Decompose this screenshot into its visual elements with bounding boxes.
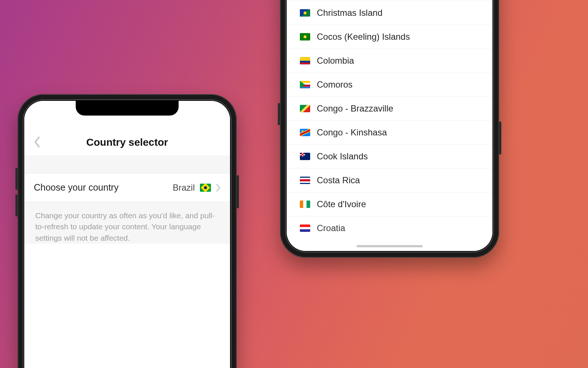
flag-christmas-icon (300, 9, 310, 17)
country-item[interactable]: Christmas Island (287, 1, 492, 25)
power-button (499, 121, 501, 155)
flag-croatia-icon (300, 224, 310, 232)
country-item[interactable]: Côte d'Ivoire (287, 192, 492, 216)
flag-cr-icon (300, 177, 310, 184)
back-button[interactable] (34, 137, 40, 148)
country-item[interactable]: Congo - Kinshasa (287, 121, 492, 145)
chevron-left-icon (34, 137, 40, 148)
country-name: Congo - Kinshasa (317, 127, 387, 138)
country-item[interactable]: Comoros (287, 73, 492, 97)
country-name: Comoros (317, 79, 352, 90)
section-gap (24, 156, 230, 173)
phone-left: Country selector Choose your country Bra… (18, 94, 237, 368)
country-name: Croatia (317, 223, 345, 233)
home-indicator[interactable] (356, 245, 423, 247)
country-list[interactable]: ChileChristmas IslandCocos (Keeling) Isl… (287, 0, 492, 251)
volume-up-button (278, 103, 280, 125)
phone-left-bezel: Country selector Choose your country Bra… (23, 99, 232, 368)
notch (76, 101, 179, 116)
phone-right-bezel: ChileChristmas IslandCocos (Keeling) Isl… (285, 0, 494, 252)
chevron-right-icon (216, 184, 220, 192)
country-item[interactable]: Cook Islands (287, 145, 492, 169)
flag-congobzv-icon (300, 105, 310, 112)
choose-country-row[interactable]: Choose your country Brazil (24, 173, 230, 202)
row-value: Brazil (173, 183, 220, 193)
power-button (237, 175, 239, 208)
flag-civ-icon (300, 201, 310, 208)
brazil-flag-icon (200, 184, 211, 192)
volume-up-button (15, 168, 18, 190)
country-name: Christmas Island (317, 8, 383, 18)
country-name: Cocos (Keeling) Islands (317, 32, 410, 42)
country-item[interactable]: Croatia (287, 216, 492, 240)
phone-right: ChileChristmas IslandCocos (Keeling) Isl… (280, 0, 499, 258)
country-item[interactable]: Cocos (Keeling) Islands (287, 25, 492, 49)
flag-cook-icon (300, 153, 310, 160)
settings-body: Choose your country Brazil Change your c… (24, 156, 230, 244)
row-label: Choose your country (34, 182, 119, 193)
flag-cocos-icon (300, 33, 310, 40)
country-name: Cook Islands (317, 151, 368, 162)
help-text: Change your country as often as you'd li… (24, 202, 230, 244)
phone-left-screen: Country selector Choose your country Bra… (24, 101, 230, 368)
country-name: Côte d'Ivoire (317, 199, 366, 209)
country-name: Congo - Brazzaville (317, 103, 393, 114)
country-name: Costa Rica (317, 175, 360, 185)
country-name: Colombia (317, 56, 354, 66)
phone-right-screen: ChileChristmas IslandCocos (Keeling) Isl… (287, 0, 492, 251)
volume-down-button (15, 194, 18, 216)
flag-colombia-icon (300, 57, 310, 64)
selected-country-name: Brazil (173, 183, 195, 193)
country-item[interactable]: Colombia (287, 49, 492, 73)
page-title: Country selector (24, 137, 230, 148)
flag-comoros-icon (300, 81, 310, 88)
country-item[interactable]: Costa Rica (287, 169, 492, 192)
country-item[interactable]: Congo - Brazzaville (287, 97, 492, 121)
flag-congokin-icon (300, 129, 310, 136)
